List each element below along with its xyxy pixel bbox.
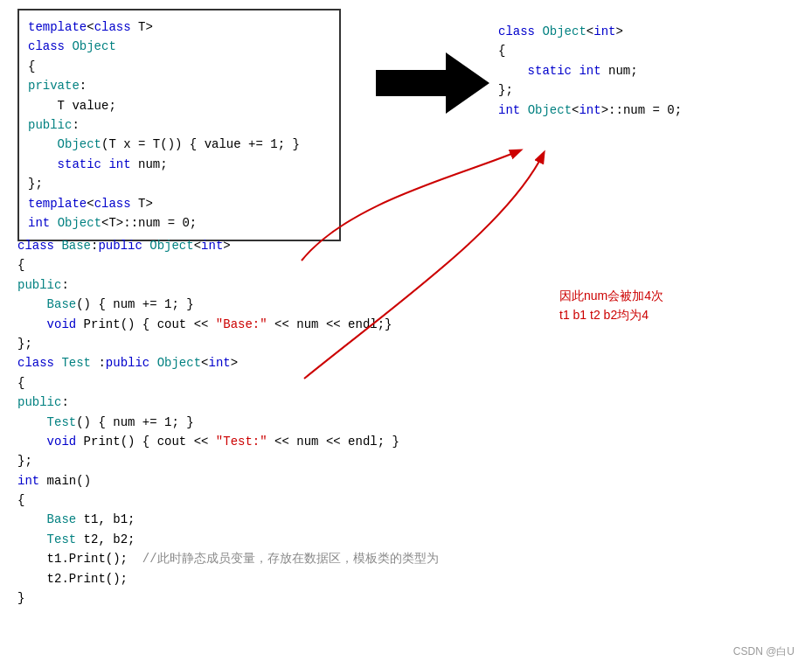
code-line: class Base:public Object<int> — [17, 236, 439, 255]
code-line: } — [17, 588, 439, 608]
code-line: Test() { num += 1; } — [17, 413, 439, 432]
code-line: static int num; — [28, 155, 330, 174]
code-line: public: — [17, 393, 439, 412]
code-line: template<class T> — [28, 194, 330, 213]
code-line: class Test :public Object<int> — [17, 353, 439, 372]
code-line: }; — [28, 174, 330, 193]
code-line: { — [17, 491, 439, 510]
code-line: { — [17, 255, 439, 275]
code-line: Test t2, b2; — [17, 530, 439, 549]
code-line: void Print() { cout << "Test:" << num <<… — [17, 432, 439, 451]
code-line: Object(T x = T()) { value += 1; } — [28, 135, 330, 154]
code-line: Base t1, b1; — [17, 510, 439, 529]
code-box-left: template<class T> class Object { private… — [17, 9, 341, 241]
code-line: class Object — [28, 37, 330, 56]
code-line: public: — [28, 115, 330, 135]
code-line: }; — [17, 334, 439, 353]
code-box-right: class Object<int> { static int num; }; i… — [498, 22, 682, 120]
footer-text: CSDN @白U — [733, 644, 795, 659]
annotation-line1: 因此num会被加4次 — [559, 289, 663, 304]
code-line: }; — [498, 80, 682, 100]
code-line: }; — [17, 451, 439, 470]
code-line: Base() { num += 1; } — [17, 295, 439, 314]
code-line: private: — [28, 76, 330, 95]
code-line: int Object<T>::num = 0; — [28, 213, 330, 233]
code-line: t1.Print(); //此时静态成员变量，存放在数据区，模板类的类型为 — [17, 549, 439, 568]
code-line: class Object<int> — [498, 22, 682, 41]
code-line: { — [498, 41, 682, 60]
code-line: static int num; — [498, 61, 682, 80]
code-line: public: — [17, 275, 439, 295]
code-box-bottom: class Base:public Object<int> { public: … — [17, 236, 439, 608]
code-line: { — [17, 373, 439, 393]
main-container: template<class T> class Object { private… — [0, 0, 812, 668]
code-line: void Print() { cout << "Base:" << num <<… — [17, 315, 439, 334]
block-arrow — [376, 52, 489, 114]
code-line: { — [28, 57, 330, 76]
annotation-line2: t1 b1 t2 b2均为4 — [559, 308, 649, 324]
code-line: t2.Print(); — [17, 569, 439, 588]
code-line: int Object<int>::num = 0; — [498, 101, 682, 120]
code-line: int main() — [17, 471, 439, 491]
code-line: T value; — [28, 96, 330, 115]
code-line: template<class T> — [28, 17, 330, 37]
